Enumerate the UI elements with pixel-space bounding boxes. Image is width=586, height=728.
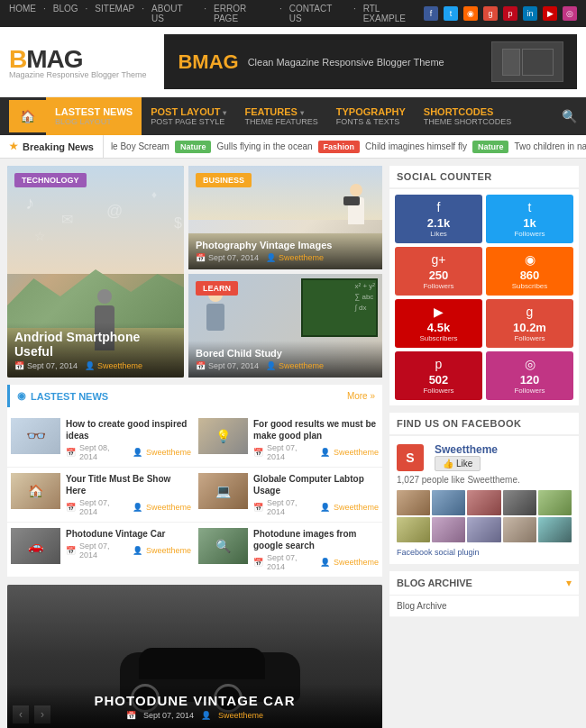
featured-main-meta: 📅 Sept 07, 2014 👤 Sweettheme <box>14 361 177 370</box>
news-item-3[interactable]: 💻 Globale Computer Labtop Usage 📅Sept 07… <box>195 468 382 523</box>
pinterest-icon[interactable]: p <box>503 6 517 21</box>
social-card-pinterest[interactable]: p 502 Followers <box>395 351 482 400</box>
googleplus-icon[interactable]: g <box>483 6 498 21</box>
breaking-item-3: Two children in nature <box>514 141 586 151</box>
rss-icon[interactable]: ◉ <box>463 6 478 21</box>
social-card-instagram[interactable]: ◎ 120 Followers <box>486 351 573 400</box>
news-meta-0: 📅Sept 08, 2014 👤Sweettheme <box>66 443 191 461</box>
nav-search-icon[interactable]: 🔍 <box>562 109 577 123</box>
top-bar: HOME · BLOG · SITEMAP · ABOUT US · ERROR… <box>0 0 586 27</box>
news-content-0: How to create good inspired ideas 📅Sept … <box>66 418 191 461</box>
facebook-plugin-link[interactable]: Facebook social plugin <box>397 548 572 557</box>
news-item-0[interactable]: 👓 How to create good inspired ideas 📅Sep… <box>7 413 195 468</box>
fb-thumb-5 <box>538 490 572 515</box>
latest-news-header: ◉ LASTEST NEWS More » <box>7 385 382 407</box>
featured-main-category: TECHNOLOGY <box>14 173 87 187</box>
nav-home[interactable]: HOME <box>9 4 36 23</box>
featured-bottom-right-title: Bored Child Study <box>196 348 375 359</box>
news-content-4: Photodune Vintage Car 📅Sept 07, 2014 👤Sw… <box>66 528 191 560</box>
social-card-rss[interactable]: ◉ 860 Subscribes <box>486 247 573 296</box>
featured-main-article[interactable]: ♪ ✉ @ ☆ ♦ $ TECHNOLOGY Andriod Smartphon… <box>7 166 184 378</box>
site-logo[interactable]: BMAG Magazine Responsive Blogger Theme <box>9 45 146 79</box>
facebook-section: FIND US ON FACEBOOK S Sweettheme 👍 Like … <box>389 413 579 564</box>
news-thumb-2: 🏠 <box>11 473 60 509</box>
archive-item-0[interactable]: Blog Archive <box>389 596 579 617</box>
twitter-icon: t <box>528 200 532 214</box>
news-meta-1: 📅Sept 07, 2014 👤Sweettheme <box>253 443 379 461</box>
youtube-icon[interactable]: ▶ <box>543 6 557 21</box>
news-content-3: Globale Computer Labtop Usage 📅Sept 07, … <box>253 473 379 516</box>
social-card-facebook[interactable]: f 2.1k Likes <box>395 195 482 243</box>
fb-thumb-8 <box>467 517 500 542</box>
news-meta-5: 📅Sept 07, 2014 👤Sweettheme <box>253 553 379 571</box>
news-title-3: Globale Computer Labtop Usage <box>253 473 379 496</box>
news-item-1[interactable]: 💡 For good results we must be make good … <box>195 413 382 468</box>
featured-top-right-overlay: Photography Vintage Images 📅 Sept 07, 20… <box>188 232 382 269</box>
social-card-googleplus[interactable]: g+ 250 Followers <box>395 247 482 296</box>
main-column: ♪ ✉ @ ☆ ♦ $ TECHNOLOGY Andriod Smartphon… <box>7 166 382 728</box>
social-card-googleplus2[interactable]: g 10.2m Followers <box>486 299 573 348</box>
nav-features[interactable]: FEATURES ▾ THEME FEATURES <box>235 97 326 135</box>
nav-contact[interactable]: CONTACT US <box>289 4 346 23</box>
fb-thumb-7 <box>432 517 465 542</box>
header-banner: BMAG Clean Magazine Responsive Blogger T… <box>164 34 577 89</box>
breaking-tag-fashion: Fashion <box>318 141 361 153</box>
featured-top-right[interactable]: BUSINESS Photography Vintage Images 📅 Se… <box>188 166 382 269</box>
latest-news-more[interactable]: More » <box>347 391 375 401</box>
breaking-news-bar: ★ Breaking News le Boy Scream Nature Gul… <box>0 135 586 159</box>
nav-sitemap[interactable]: SITEMAP <box>95 4 134 23</box>
fb-thumb-10 <box>538 517 572 542</box>
facebook-like-button[interactable]: 👍 Like <box>435 456 481 471</box>
top-social-links: f t ◉ g p in ▶ ◎ <box>424 6 577 21</box>
news-thumb-4: 🚗 <box>11 528 60 564</box>
nav-sep2: · <box>86 4 88 23</box>
nav-blog[interactable]: BLOG <box>53 4 78 23</box>
nav-shortcodes[interactable]: SHORTCODES THEME SHORTCODES <box>415 97 520 135</box>
social-card-twitter[interactable]: t 1k Followers <box>486 195 573 243</box>
vintage-car-section[interactable]: ‹ › PHOTODUNE VINTAGE CAR 📅Sept 07, 2014… <box>7 585 382 728</box>
news-title-4: Photodune Vintage Car <box>66 528 191 540</box>
social-card-youtube[interactable]: ▶ 4.5k Subscribers <box>395 299 482 348</box>
facebook-section-title: FIND US ON FACEBOOK <box>389 413 579 436</box>
facebook-avatar: S <box>397 444 424 471</box>
nav-sep: · <box>43 4 46 23</box>
featured-bottom-right-overlay: Bored Child Study 📅 Sept 07, 2014 👤 Swee… <box>188 341 382 378</box>
news-meta-2: 📅Sept 07, 2014 👤Sweettheme <box>66 498 191 516</box>
news-item-2[interactable]: 🏠 Your Title Must Be Show Here 📅Sept 07,… <box>7 468 195 523</box>
nav-error[interactable]: ERROR PAGE <box>214 4 272 23</box>
nav-about[interactable]: ABOUT US <box>151 4 197 23</box>
facebook-like-count: 1,027 people like Sweettheme. <box>397 475 572 485</box>
featured-bottom-right-meta: 📅 Sept 07, 2014 👤 Sweettheme <box>196 361 375 370</box>
breaking-item-0: le Boy Scream <box>111 141 169 151</box>
facebook-icon[interactable]: f <box>424 6 438 21</box>
vintage-car-overlay: PHOTODUNE VINTAGE CAR 📅Sept 07, 2014 👤Sw… <box>7 684 382 728</box>
archive-collapse-icon[interactable]: ▾ <box>566 577 572 589</box>
nav-post-layout[interactable]: POST LAYOUT ▾ POST PAGE STYLE <box>142 97 235 135</box>
news-title-2: Your Title Must Be Show Here <box>66 473 191 496</box>
header-preview-image <box>491 41 563 82</box>
featured-main-date: 📅 Sept 07, 2014 <box>14 361 78 370</box>
facebook-page-name[interactable]: Sweettheme <box>435 443 498 456</box>
news-item-5[interactable]: 🔍 Photodune images from google search 📅S… <box>195 523 382 578</box>
featured-bottom-right[interactable]: x² + y²∑ abc∫ dx LEARN Bored Child Study… <box>188 274 382 378</box>
breaking-item-2: Child imagines himself fly <box>365 141 467 151</box>
top-navigation[interactable]: HOME · BLOG · SITEMAP · ABOUT US · ERROR… <box>9 4 424 23</box>
nav-rtl[interactable]: RTL EXAMPLE <box>363 4 424 23</box>
content-area: ♪ ✉ @ ☆ ♦ $ TECHNOLOGY Andriod Smartphon… <box>0 159 586 728</box>
logo-subtitle: Magazine Responsive Blogger Theme <box>9 70 146 79</box>
breaking-news-label: ★ Breaking News <box>0 135 104 158</box>
nav-typography[interactable]: TYPOGRAPHY FONTS & TEXTS <box>327 97 415 135</box>
news-item-4[interactable]: 🚗 Photodune Vintage Car 📅Sept 07, 2014 👤… <box>7 523 195 578</box>
breaking-tag-nature: Nature <box>175 141 212 153</box>
main-navigation: 🏠 LASTEST NEWS BLOG LAYOUT POST LAYOUT ▾… <box>0 97 586 135</box>
linkedin-icon[interactable]: in <box>523 6 537 21</box>
instagram-icon[interactable]: ◎ <box>563 6 577 21</box>
news-content-5: Photodune images from google search 📅Sep… <box>253 528 379 571</box>
twitter-icon[interactable]: t <box>444 6 458 21</box>
blog-archive-title: BLOG ARCHIVE <box>397 578 472 588</box>
nav-lastest-news[interactable]: LASTEST NEWS BLOG LAYOUT <box>46 97 142 135</box>
news-thumb-5: 🔍 <box>198 528 248 564</box>
news-thumb-1: 💡 <box>198 418 248 454</box>
nav-sep3: · <box>142 4 144 23</box>
nav-home-button[interactable]: 🏠 <box>9 100 46 132</box>
